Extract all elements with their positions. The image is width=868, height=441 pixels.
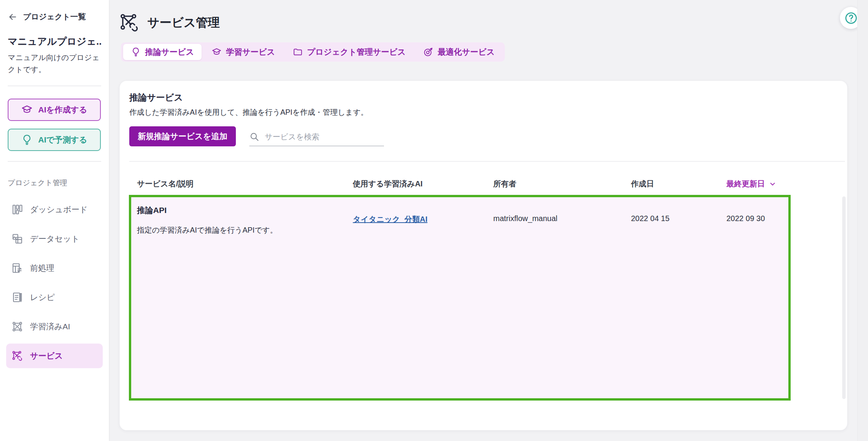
- sidebar-item-label: サービス: [30, 350, 63, 361]
- service-updated-date: 2022 09 30: [726, 214, 765, 223]
- sidebar-item-label: 前処理: [30, 263, 54, 273]
- graduation-cap-icon: [212, 47, 222, 57]
- sidebar-item-dataset[interactable]: データセット: [6, 226, 103, 251]
- sidebar-divider-2: [8, 161, 101, 162]
- service-tab-bar: 推論サービス 学習サービス プロジェクト管理サービス 最適化サービス: [121, 42, 505, 62]
- tab-inference-service[interactable]: 推論サービス: [123, 44, 202, 60]
- page-header: サービス管理: [109, 0, 868, 33]
- tab-label: 推論サービス: [145, 47, 194, 57]
- folder-icon: [293, 47, 303, 57]
- optimize-target-icon: [423, 47, 433, 57]
- service-network-link-icon: [119, 12, 140, 33]
- recipe-icon: [12, 292, 23, 303]
- main-area: サービス管理 推論サービス 学習サービス プロジェクト管理サービス 最適化サービ…: [109, 0, 868, 441]
- table-row-inference-api[interactable]: 推論API 指定の学習済みAIで推論を行うAPIです。 タイタニック_分類AI …: [129, 195, 791, 401]
- question-circle-icon: [844, 11, 858, 25]
- sidebar-item-label: データセット: [30, 233, 79, 244]
- page-scrollbar[interactable]: [857, 0, 868, 441]
- sidebar: プロジェクト一覧 マニュアルプロジェ... マニュアル向けのプロジェクトです。 …: [0, 0, 109, 441]
- column-header-trained-ai: 使用する学習済みAI: [353, 179, 422, 189]
- project-description: マニュアル向けのプロジェクトです。: [8, 52, 104, 75]
- tab-optimization-service[interactable]: 最適化サービス: [416, 44, 502, 60]
- dashboard-icon: [12, 204, 23, 215]
- table-scrollbar[interactable]: [842, 196, 846, 399]
- preprocess-icon: [12, 262, 23, 274]
- dataset-icon: [12, 233, 23, 245]
- back-to-projects-link[interactable]: プロジェクト一覧: [8, 12, 101, 22]
- lightbulb-icon: [21, 134, 33, 146]
- sidebar-item-preprocess[interactable]: 前処理: [6, 256, 103, 280]
- panel-description: 作成した学習済みAIを使用して、推論を行うAPIを作成・管理します。: [129, 107, 368, 117]
- arrow-left-icon: [8, 12, 18, 22]
- panel-title: 推論サービス: [129, 92, 183, 104]
- search-icon: [249, 132, 259, 142]
- trained-ai-link[interactable]: タイタニック_分類AI: [353, 214, 427, 225]
- add-inference-service-button[interactable]: 新規推論サービスを追加: [129, 126, 236, 146]
- search-input[interactable]: [265, 132, 384, 141]
- back-link-label: プロジェクト一覧: [23, 12, 86, 22]
- chevron-down-icon: [769, 180, 776, 188]
- column-header-created: 作成日: [631, 179, 654, 189]
- predict-ai-label: AIで予測する: [38, 134, 87, 145]
- create-ai-button[interactable]: AIを作成する: [8, 99, 101, 121]
- sidebar-item-dashboard[interactable]: ダッシュボード: [6, 197, 103, 222]
- project-management-section-label: プロジェクト管理: [8, 178, 101, 188]
- service-created-date: 2022 04 15: [631, 214, 669, 223]
- graduation-cap-icon: [21, 104, 33, 116]
- tab-label: 学習サービス: [226, 47, 275, 57]
- sidebar-item-trained-ai[interactable]: 学習済みAI: [6, 314, 103, 339]
- sidebar-item-label: レシピ: [30, 292, 55, 303]
- tab-project-management-service[interactable]: プロジェクト管理サービス: [285, 44, 413, 60]
- sidebar-item-recipe[interactable]: レシピ: [6, 285, 103, 310]
- create-ai-label: AIを作成する: [38, 104, 87, 115]
- predict-ai-button[interactable]: AIで予測する: [8, 129, 101, 151]
- sidebar-item-label: 学習済みAI: [30, 321, 70, 332]
- service-owner: matrixflow_manual: [493, 214, 558, 223]
- tab-label: プロジェクト管理サービス: [307, 47, 406, 57]
- column-header-last-updated-label: 最終更新日: [726, 179, 765, 189]
- sidebar-divider: [8, 86, 101, 86]
- service-search: [249, 128, 384, 146]
- service-description: 指定の学習済みAIで推論を行うAPIです。: [137, 225, 277, 235]
- sidebar-item-label: ダッシュボード: [30, 204, 88, 215]
- sidebar-nav: ダッシュボード データセット 前処理 レシピ 学習済みAI サービス: [0, 197, 109, 368]
- page-title: サービス管理: [147, 15, 220, 31]
- panel-divider: [129, 161, 845, 162]
- service-name: 推論API: [137, 205, 167, 216]
- column-header-last-updated-sort[interactable]: 最終更新日: [726, 179, 776, 189]
- column-header-owner: 所有者: [493, 179, 516, 189]
- service-icon: [12, 350, 23, 362]
- column-header-service-name: サービス名/説明: [137, 179, 194, 189]
- table-header-row: サービス名/説明 使用する学習済みAI 所有者 作成日 最終更新日: [120, 176, 847, 191]
- trained-ai-icon: [12, 321, 23, 332]
- project-title: マニュアルプロジェ...: [8, 35, 101, 48]
- inference-service-panel: 推論サービス 作成した学習済みAIを使用して、推論を行うAPIを作成・管理します…: [120, 81, 847, 430]
- lightbulb-icon: [131, 47, 141, 57]
- tab-label: 最適化サービス: [437, 47, 494, 57]
- tab-training-service[interactable]: 学習サービス: [204, 44, 282, 60]
- sidebar-item-services[interactable]: サービス: [6, 344, 103, 368]
